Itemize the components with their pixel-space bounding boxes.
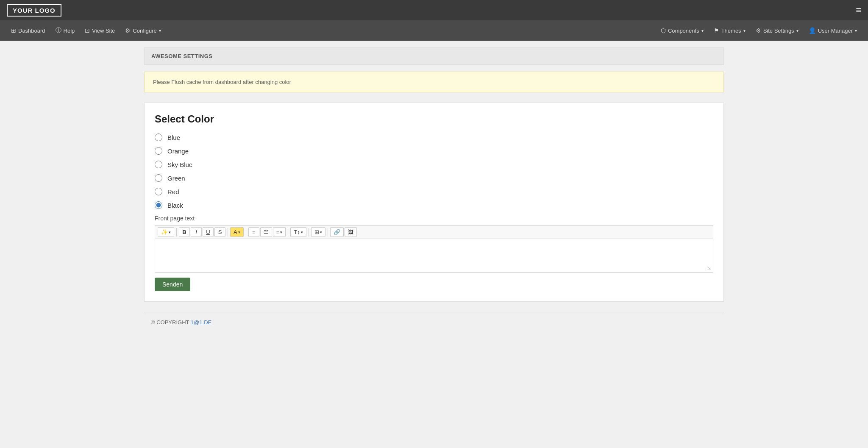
table-icon: ⊞ <box>314 229 319 235</box>
color-option-blue: Blue <box>155 134 713 141</box>
highlight-caret: ▾ <box>238 230 240 234</box>
configure-caret: ▾ <box>159 28 161 33</box>
alert-message: Please Flush cache from dashboard after … <box>153 79 291 85</box>
nav-view-site-label: View Site <box>92 28 115 34</box>
image-icon: 🖼 <box>348 229 353 235</box>
footer-text: © COPYRIGHT <box>151 319 191 326</box>
color-option-sky-blue: Sky Blue <box>155 161 713 168</box>
nav-themes[interactable]: ⚑ Themes ▾ <box>709 25 750 36</box>
color-radio-green[interactable] <box>155 174 162 182</box>
page-footer: © COPYRIGHT 1@1.DE <box>144 312 724 332</box>
view-site-icon: ⊡ <box>85 27 90 34</box>
color-radio-sky-blue[interactable] <box>155 161 162 168</box>
nav-dashboard[interactable]: ⊞ Dashboard <box>7 25 50 36</box>
underline-button[interactable]: U <box>203 227 214 237</box>
nav-components[interactable]: ⬡ Components ▾ <box>657 25 708 36</box>
components-caret: ▾ <box>701 28 704 33</box>
ordered-list-icon: ☱ <box>264 229 269 235</box>
logo: YOUR LOGO <box>7 4 61 17</box>
themes-icon: ⚑ <box>714 27 719 34</box>
toolbar-sep-4 <box>288 228 288 237</box>
color-option-red: Red <box>155 188 713 195</box>
image-button[interactable]: 🖼 <box>345 227 357 237</box>
ordered-list-button[interactable]: ☱ <box>260 227 272 237</box>
color-option-black: Black <box>155 201 713 209</box>
main-card: Select Color Blue Orange Sky Blue Green … <box>144 103 724 302</box>
resize-handle: ⇲ <box>707 265 711 271</box>
link-button[interactable]: 🔗 <box>330 227 344 237</box>
unordered-list-button[interactable]: ≡ <box>248 227 259 237</box>
footer-link[interactable]: 1@1.DE <box>191 319 211 326</box>
color-label-green[interactable]: Green <box>167 175 185 182</box>
color-label-sky-blue[interactable]: Sky Blue <box>167 161 192 168</box>
nav-bar: ⊞ Dashboard ⓘ Help ⊡ View Site ⚙ Configu… <box>0 20 868 41</box>
nav-configure[interactable]: ⚙ Configure ▾ <box>121 25 165 36</box>
editor-area[interactable]: ⇲ <box>155 239 713 273</box>
color-label-orange[interactable]: Orange <box>167 147 189 155</box>
strikethrough-icon: S <box>218 229 222 235</box>
nav-dashboard-label: Dashboard <box>18 28 45 34</box>
toolbar-sep-2 <box>228 228 228 237</box>
bold-button[interactable]: B <box>179 227 190 237</box>
color-radio-red[interactable] <box>155 188 162 195</box>
highlight-icon: A <box>234 229 237 235</box>
underline-icon: U <box>206 229 210 235</box>
help-icon: ⓘ <box>56 27 61 34</box>
top-header: YOUR LOGO ≡ <box>0 0 868 20</box>
highlight-button[interactable]: A ▾ <box>230 227 244 237</box>
nav-site-settings[interactable]: ⚙ Site Settings ▾ <box>751 25 803 36</box>
color-label-red[interactable]: Red <box>167 188 179 195</box>
editor-toolbar: ✨ ▾ B I U S A ▾ ≡ <box>155 225 713 239</box>
align-button[interactable]: ≡ ▾ <box>273 227 286 237</box>
submit-button[interactable]: Senden <box>155 278 190 291</box>
toolbar-sep-5 <box>309 228 309 237</box>
color-label-black[interactable]: Black <box>167 202 183 209</box>
nav-help[interactable]: ⓘ Help <box>51 24 79 37</box>
user-manager-caret: ▾ <box>855 28 857 33</box>
bold-icon: B <box>182 229 186 235</box>
strikethrough-button[interactable]: S <box>214 227 225 237</box>
user-manager-icon: 👤 <box>809 27 816 34</box>
color-option-orange: Orange <box>155 147 713 155</box>
table-button[interactable]: ⊞ ▾ <box>311 227 326 237</box>
nav-right: ⬡ Components ▾ ⚑ Themes ▾ ⚙ Site Setting… <box>657 25 861 36</box>
hamburger-icon[interactable]: ≡ <box>856 5 861 16</box>
table-caret: ▾ <box>320 230 322 234</box>
magic-caret: ▾ <box>169 230 171 234</box>
page-content: AWESOME SETTINGS Please Flush cache from… <box>137 41 731 339</box>
themes-caret: ▾ <box>743 28 746 33</box>
align-caret: ▾ <box>280 230 282 234</box>
color-label-blue[interactable]: Blue <box>167 134 180 141</box>
components-icon: ⬡ <box>661 27 666 34</box>
italic-icon: I <box>195 229 197 235</box>
nav-left: ⊞ Dashboard ⓘ Help ⊡ View Site ⚙ Configu… <box>7 24 165 37</box>
italic-button[interactable]: I <box>191 227 202 237</box>
align-icon: ≡ <box>276 229 280 235</box>
nav-help-label: Help <box>64 28 75 34</box>
site-settings-caret: ▾ <box>796 28 798 33</box>
configure-icon: ⚙ <box>125 27 131 34</box>
nav-themes-label: Themes <box>721 28 741 34</box>
front-page-label: Front page text <box>155 215 713 222</box>
section-header: AWESOME SETTINGS <box>144 47 724 65</box>
magic-icon: ✨ <box>161 229 168 235</box>
nav-view-site[interactable]: ⊡ View Site <box>81 25 119 36</box>
nav-components-label: Components <box>668 28 699 34</box>
toolbar-sep-3 <box>246 228 246 237</box>
nav-user-manager[interactable]: 👤 User Manager ▾ <box>804 25 861 36</box>
select-color-title: Select Color <box>155 113 713 125</box>
color-radio-black[interactable] <box>155 201 162 209</box>
color-option-green: Green <box>155 174 713 182</box>
text-size-caret: ▾ <box>301 230 303 234</box>
alert-box: Please Flush cache from dashboard after … <box>144 72 724 92</box>
dashboard-icon: ⊞ <box>11 27 16 34</box>
toolbar-sep-1 <box>176 228 177 237</box>
nav-user-manager-label: User Manager <box>818 28 853 34</box>
text-size-button[interactable]: T↕ ▾ <box>290 227 306 237</box>
magic-button[interactable]: ✨ ▾ <box>158 227 174 237</box>
site-settings-icon: ⚙ <box>756 27 761 34</box>
color-radio-orange[interactable] <box>155 147 162 155</box>
unordered-list-icon: ≡ <box>252 229 256 235</box>
nav-configure-label: Configure <box>133 28 156 34</box>
color-radio-blue[interactable] <box>155 134 162 141</box>
